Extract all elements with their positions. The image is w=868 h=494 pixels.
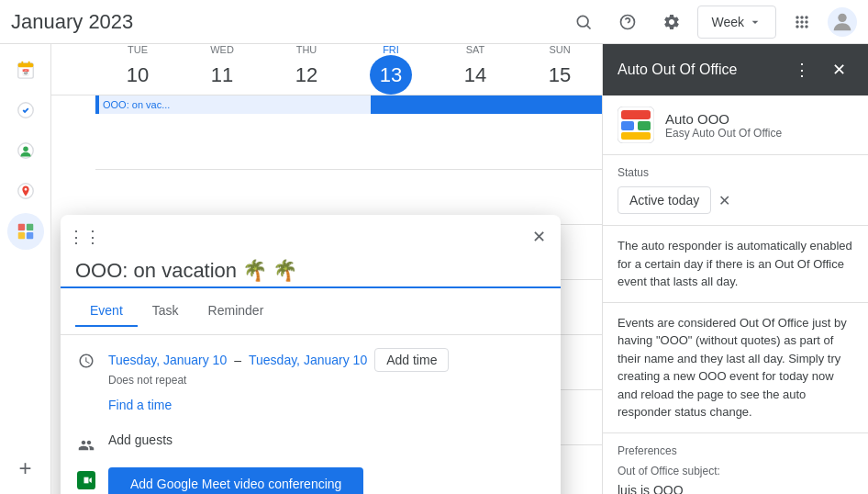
view-selector[interactable]: Week <box>697 6 776 39</box>
day-name-fri: FRI <box>383 44 399 55</box>
svg-rect-16 <box>26 224 32 230</box>
clock-icon <box>75 350 97 372</box>
ooo-subject-label: Out of Office subject: <box>618 465 853 477</box>
day-col-wed[interactable]: WED 11 <box>180 44 264 95</box>
sidebar-calendar-icon[interactable]: 📅 <box>7 51 44 88</box>
date-row: Tuesday, January 10 – Tuesday, January 1… <box>61 342 561 392</box>
status-label: Status <box>618 166 853 179</box>
calendar-area: TUE 10 WED 11 THU 12 FRI 13 SAT 14 SUN 1… <box>0 44 868 494</box>
svg-point-4 <box>838 13 846 21</box>
find-time-row: Find a time <box>61 392 561 427</box>
right-panel: Auto Out Of Office ⋮ ✕ Auto OOO Easy Aut… <box>602 44 868 494</box>
day-name-sat: SAT <box>466 44 485 55</box>
tab-task[interactable]: Task <box>138 296 194 327</box>
month-title: January 2023 <box>11 10 133 34</box>
status-clear-button[interactable]: ✕ <box>718 192 730 209</box>
find-time-link[interactable]: Find a time <box>108 398 172 412</box>
day-headers: TUE 10 WED 11 THU 12 FRI 13 SAT 14 SUN 1… <box>51 44 602 95</box>
event-creation-modal: ⋮⋮ ✕ Event Task Reminder <box>61 215 561 494</box>
app-name: Auto OOO <box>665 111 782 127</box>
google-apps-button[interactable] <box>784 4 820 40</box>
app-icon-container <box>618 107 654 143</box>
help-button[interactable] <box>609 4 646 40</box>
add-guests-text[interactable]: Add guests <box>108 432 172 447</box>
app-subtitle: Easy Auto Out Of Office <box>665 127 782 140</box>
panel-app-row: Auto OOO Easy Auto Out Of Office <box>603 95 868 155</box>
day-num-thu: 12 <box>285 55 328 95</box>
panel-title: Auto Out Of Office <box>618 62 780 78</box>
meet-row: Add Google Meet video conferencing <box>61 462 561 494</box>
day-num-wed: 11 <box>201 55 243 95</box>
svg-rect-24 <box>621 132 651 140</box>
add-time-button[interactable]: Add time <box>374 348 449 372</box>
sidebar-maps-icon[interactable] <box>7 173 44 209</box>
calendar-main: TUE 10 WED 11 THU 12 FRI 13 SAT 14 SUN 1… <box>51 44 602 494</box>
ooo-subject-value: luis is OOO <box>618 483 853 495</box>
day-num-sat: 14 <box>454 55 496 95</box>
svg-point-19 <box>24 230 28 233</box>
panel-header: Auto Out Of Office ⋮ ✕ <box>603 44 868 95</box>
status-section: Status Active today ✕ <box>603 155 868 226</box>
view-label: Week <box>711 15 744 29</box>
description-text-1: The auto responder is automatically enab… <box>618 237 853 291</box>
app-header: January 2023 Week <box>0 0 868 44</box>
search-button[interactable] <box>565 4 602 40</box>
find-time-icon <box>75 399 97 421</box>
event-title-input[interactable] <box>61 252 561 288</box>
day-name-thu: THU <box>296 44 317 55</box>
svg-rect-23 <box>638 121 651 130</box>
repeat-text: Does not repeat <box>108 374 546 387</box>
ooo-text: OOO: on vac... <box>103 99 170 110</box>
day-col-fri[interactable]: FRI 13 <box>349 44 433 95</box>
description-section-2: Events are considered Out Of Office just… <box>603 303 868 433</box>
left-sidebar: 📅 <box>0 44 51 494</box>
day-num-sun: 15 <box>539 55 581 95</box>
description-section: The auto responder is automatically enab… <box>603 226 868 303</box>
date-display: Tuesday, January 10 – Tuesday, January 1… <box>108 348 546 372</box>
sidebar-addon-icon[interactable] <box>7 213 44 250</box>
status-badge: Active today <box>618 186 711 214</box>
sidebar-add-button[interactable]: + <box>7 450 44 487</box>
day-num-tue: 10 <box>117 55 159 95</box>
panel-close-button[interactable]: ✕ <box>824 55 853 84</box>
day-col-sun[interactable]: SUN 15 <box>517 44 602 95</box>
day-col-sat[interactable]: SAT 14 <box>433 44 517 95</box>
blue-event-bar[interactable] <box>371 95 602 114</box>
panel-more-button[interactable]: ⋮ <box>787 55 817 84</box>
start-date-link[interactable]: Tuesday, January 10 <box>108 353 227 367</box>
app-info: Auto OOO Easy Auto Out Of Office <box>665 111 782 140</box>
calendar-body: OOO: on vac... ⋮⋮ ✕ Ev <box>51 95 602 494</box>
day-col-tue[interactable]: TUE 10 <box>95 44 180 95</box>
grid-line-1 <box>95 169 602 170</box>
status-row: Active today ✕ <box>618 186 853 214</box>
day-name-wed: WED <box>210 44 234 55</box>
add-meet-button[interactable]: Add Google Meet video conferencing <box>108 467 363 494</box>
modal-body: Tuesday, January 10 – Tuesday, January 1… <box>61 335 561 494</box>
sidebar-contacts-icon[interactable] <box>7 132 44 169</box>
account-avatar[interactable] <box>828 7 857 37</box>
svg-point-13 <box>23 146 28 152</box>
tab-reminder[interactable]: Reminder <box>194 296 279 327</box>
preferences-section: Preferences Out of Office subject: luis … <box>603 433 868 495</box>
svg-rect-18 <box>26 232 32 239</box>
svg-rect-21 <box>621 110 651 119</box>
svg-point-0 <box>578 16 589 27</box>
svg-rect-15 <box>17 224 24 230</box>
tab-event[interactable]: Event <box>75 296 138 327</box>
date-content: Tuesday, January 10 – Tuesday, January 1… <box>108 348 546 387</box>
settings-button[interactable] <box>653 4 690 40</box>
meet-icon <box>75 469 97 491</box>
drag-handle: ⋮⋮ <box>68 227 101 247</box>
day-name-tue: TUE <box>128 44 148 55</box>
modal-close-button[interactable]: ✕ <box>524 222 553 252</box>
modal-header: ⋮⋮ ✕ <box>61 215 561 252</box>
modal-tabs: Event Task Reminder <box>61 288 561 335</box>
preferences-label: Preferences <box>618 444 853 457</box>
add-guests-row: Add guests <box>61 427 561 462</box>
sidebar-tasks-icon[interactable] <box>7 92 44 129</box>
day-num-fri: 13 <box>370 55 412 95</box>
day-col-thu[interactable]: THU 12 <box>264 44 349 95</box>
header-icons: Week <box>565 4 857 40</box>
svg-rect-22 <box>621 121 634 130</box>
end-date-link[interactable]: Tuesday, January 10 <box>249 353 367 367</box>
